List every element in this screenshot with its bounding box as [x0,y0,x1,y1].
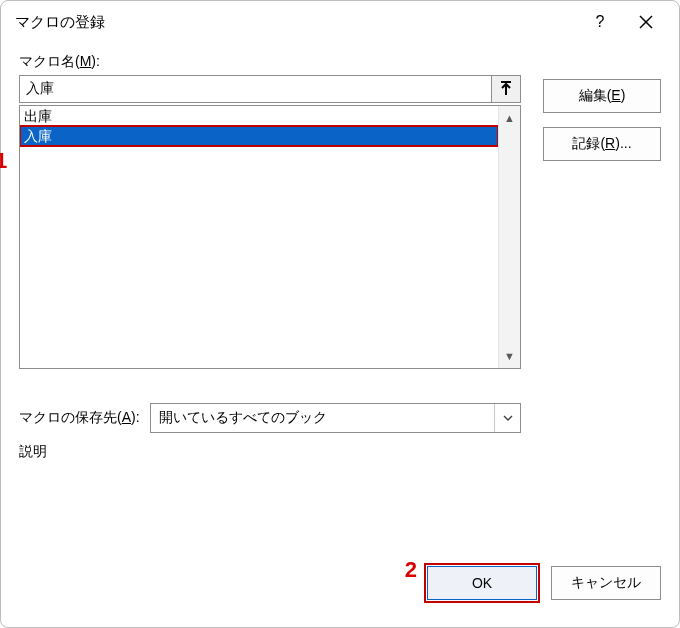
macro-listbox[interactable]: 出庫 入庫 ▲ ▼ [19,105,521,369]
macros-in-select[interactable]: 開いているすべてのブック [150,403,521,433]
close-button[interactable] [623,6,669,38]
record-button[interactable]: 記録(R)... [543,127,661,161]
right-column: 編集(E) 記録(R)... [543,53,661,553]
button-bar: 2 OK キャンセル [1,557,679,627]
list-item[interactable]: 出庫 [20,106,498,126]
left-column: マクロ名(M): 出庫 入庫 ▲ [19,53,521,553]
list-item[interactable]: 入庫 [20,126,498,146]
cancel-button[interactable]: キャンセル [551,566,661,600]
macro-name-input[interactable] [19,75,491,103]
macros-in-row: マクロの保存先(A): 開いているすべてのブック [19,403,521,433]
annotation-1: 1 [0,148,7,174]
scrollbar[interactable]: ▲ ▼ [498,106,520,368]
assign-macro-dialog: マクロの登録 ? 1 マクロ名(M): [0,0,680,628]
edit-button[interactable]: 編集(E) [543,79,661,113]
help-button[interactable]: ? [577,6,623,38]
content-area: 1 マクロ名(M): 出庫 入庫 [1,43,679,557]
titlebar: マクロの登録 ? [1,1,679,43]
scroll-up-icon[interactable]: ▲ [499,106,520,130]
scroll-down-icon[interactable]: ▼ [499,344,520,368]
dialog-title: マクロの登録 [15,13,577,32]
annotation-2: 2 [405,557,417,583]
macro-list-inner: 出庫 入庫 [20,106,498,368]
macro-name-row [19,75,521,103]
macros-in-label: マクロの保存先(A): [19,409,140,427]
macro-name-label: マクロ名(M): [19,53,521,71]
chevron-down-icon [494,404,520,432]
reference-button[interactable] [491,75,521,103]
macros-in-value: 開いているすべてのブック [151,409,494,427]
description-label: 説明 [19,443,521,461]
ok-button[interactable]: OK [427,566,537,600]
close-icon [639,15,653,29]
reference-icon [499,81,513,97]
